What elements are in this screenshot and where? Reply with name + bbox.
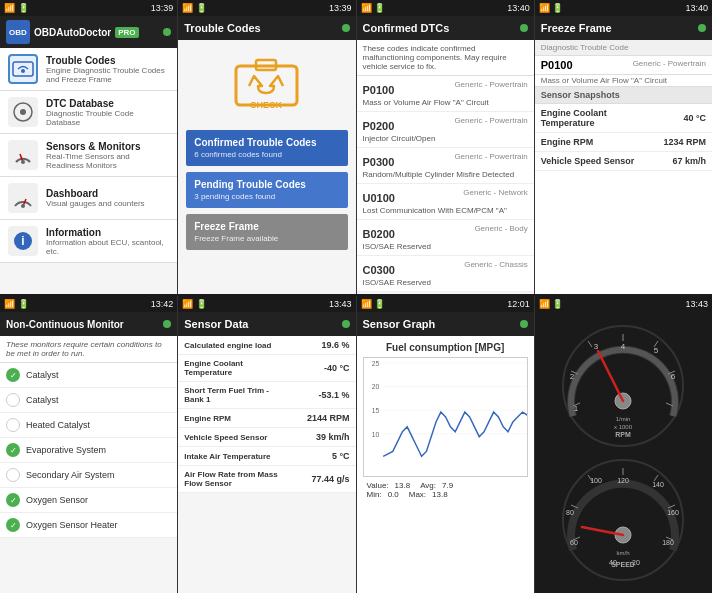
max-label: Max: xyxy=(409,490,426,499)
dtc-desc-p0100: Mass or Volume Air Flow "A" Circuit xyxy=(363,98,528,107)
status-time-2: 13:39 xyxy=(329,3,352,13)
ff-ect-value: 40 °C xyxy=(683,113,706,123)
dtc-db-icon xyxy=(8,97,38,127)
ff-speed-value: 67 km/h xyxy=(672,156,706,166)
o2-check: ✓ xyxy=(6,493,20,507)
freeze-frame-btn[interactable]: Freeze Frame Freeze Frame available xyxy=(186,214,347,250)
status-time-8: 13:43 xyxy=(685,299,708,309)
trouble-connection-dot xyxy=(342,24,350,32)
dtc-code-p0100: P0100 xyxy=(363,84,395,96)
ff-rpm-value: 1234 RPM xyxy=(663,137,706,147)
svg-text:i: i xyxy=(21,234,24,248)
svg-text:RPM: RPM xyxy=(616,431,632,438)
sensors-sub: Real-Time Sensors and Readiness Monitors xyxy=(46,152,169,170)
sensor-iat-value: 5 °C xyxy=(332,451,350,461)
menu-item-dashboard[interactable]: Dashboard Visual gauges and counters xyxy=(0,177,177,220)
svg-text:160: 160 xyxy=(668,509,680,516)
trouble-codes-sub: Engine Diagnostic Trouble Codes and Free… xyxy=(46,66,169,84)
graph-area: 25 20 15 10 xyxy=(363,357,528,477)
dtc-description: These codes indicate confirmed malfuncti… xyxy=(357,40,534,76)
svg-text:25: 25 xyxy=(371,360,379,367)
monitor-o2: ✓ Oxygen Sensor xyxy=(0,488,177,513)
dtc-type-b0200: Generic - Body xyxy=(474,224,527,233)
status-bar-5: 📶 🔋 13:42 xyxy=(0,296,177,312)
dtc-item-b0200[interactable]: B0200 Generic - Body ISO/SAE Reserved xyxy=(357,220,534,256)
dtc-db-label: DTC Database xyxy=(46,98,169,109)
svg-point-5 xyxy=(21,160,25,164)
monitor-description: These monitors require certain condition… xyxy=(0,336,177,363)
sensor-row-engine-load: Calculated engine load 19.6 % xyxy=(178,336,355,355)
dashboard-icon xyxy=(8,183,38,213)
dtc-item-c0300[interactable]: C0300 Generic - Chassis ISO/SAE Reserved xyxy=(357,256,534,292)
dtc-item-p0300[interactable]: P0300 Generic - Powertrain Random/Multip… xyxy=(357,148,534,184)
svg-text:6: 6 xyxy=(671,372,676,381)
menu-item-sensors[interactable]: Sensors & Monitors Real-Time Sensors and… xyxy=(0,134,177,177)
dtc-type-p0200: Generic - Powertrain xyxy=(454,116,527,125)
dtc-header: Confirmed DTCs xyxy=(357,16,534,40)
screen-trouble-codes: 📶 🔋 13:39 Trouble Codes CHECK Confirmed … xyxy=(178,0,356,294)
dtc-type-p0100: Generic - Powertrain xyxy=(454,80,527,89)
svg-text:2: 2 xyxy=(570,372,575,381)
monitor-header-title: Non-Continuous Monitor xyxy=(6,319,124,330)
confirmed-btn-sub: 6 confirmed codes found xyxy=(194,150,282,159)
screen-freeze-frame: 📶 🔋 13:40 Freeze Frame Diagnostic Troubl… xyxy=(535,0,712,294)
svg-text:100: 100 xyxy=(591,477,603,484)
sensor-rpm-value: 2144 RPM xyxy=(307,413,350,423)
status-icons-7: 📶 🔋 xyxy=(361,299,386,309)
graph-header: Sensor Graph xyxy=(357,312,534,336)
dtc-item-p0200[interactable]: P0200 Generic - Powertrain Injector Circ… xyxy=(357,112,534,148)
value-num: 13.8 xyxy=(395,481,411,490)
status-time-3: 13:40 xyxy=(507,3,530,13)
sensor-row-vss: Vehicle Speed Sensor 39 km/h xyxy=(178,428,355,447)
dtc-desc-c0300: ISO/SAE Reserved xyxy=(363,278,528,287)
dtc-item-p0100[interactable]: P0100 Generic - Powertrain Mass or Volum… xyxy=(357,76,534,112)
status-bar-2: 📶 🔋 13:39 xyxy=(178,0,355,16)
screen-gauges: 📶 🔋 13:43 xyxy=(535,296,712,593)
svg-text:60: 60 xyxy=(570,539,578,546)
dashboard-label: Dashboard xyxy=(46,188,145,199)
status-bar-8: 📶 🔋 13:43 xyxy=(535,296,712,312)
ff-ect-label: Engine CoolantTemperature xyxy=(541,108,684,128)
sensor-stft-label: Short Term Fuel Trim -Bank 1 xyxy=(184,386,318,404)
ff-content: Diagnostic Trouble Code P0100 Generic - … xyxy=(535,40,712,294)
gauges-container: 4 5 6 3 2 1 1/min x 1000 RPM xyxy=(535,312,712,593)
status-time-7: 12:01 xyxy=(507,299,530,309)
sensor-engine-load-label: Calculated engine load xyxy=(184,341,321,350)
sensor-row-rpm: Engine RPM 2144 RPM xyxy=(178,409,355,428)
info-label: Information xyxy=(46,227,169,238)
evap-label: Evaporative System xyxy=(26,445,106,455)
ff-main-code: P0100 xyxy=(541,59,573,71)
svg-text:15: 15 xyxy=(371,407,379,414)
graph-title: Fuel consumption [MPG] xyxy=(361,340,530,355)
ff-code-type: Generic - Powertrain xyxy=(633,59,706,71)
graph-connection-dot xyxy=(520,320,528,328)
status-time-6: 13:43 xyxy=(329,299,352,309)
menu-item-dtc-db[interactable]: DTC Database Diagnostic Trouble Code Dat… xyxy=(0,91,177,134)
status-icons-3: 📶 🔋 xyxy=(361,3,386,13)
confirmed-codes-btn[interactable]: Confirmed Trouble Codes 6 confirmed code… xyxy=(186,130,347,166)
pending-btn-label: Pending Trouble Codes xyxy=(194,179,306,190)
pending-codes-btn[interactable]: Pending Trouble Codes 3 pending codes fo… xyxy=(186,172,347,208)
status-icons-left: 📶 🔋 xyxy=(4,3,29,13)
trouble-codes-label: Trouble Codes xyxy=(46,55,169,66)
graph-header-title: Sensor Graph xyxy=(363,318,436,330)
monitor-connection-dot xyxy=(163,320,171,328)
catalyst-1-check: ✓ xyxy=(6,368,20,382)
graph-content: Fuel consumption [MPG] 25 20 15 10 xyxy=(357,336,534,593)
menu-item-trouble-codes[interactable]: Trouble Codes Engine Diagnostic Trouble … xyxy=(0,48,177,91)
svg-text:SPEED: SPEED xyxy=(612,561,636,568)
status-bar-1: 📶 🔋 13:39 xyxy=(0,0,177,16)
monitor-header: Non-Continuous Monitor xyxy=(0,312,177,336)
dtc-item-u0100[interactable]: U0100 Generic - Network Lost Communicati… xyxy=(357,184,534,220)
dashboard-sub: Visual gauges and counters xyxy=(46,199,145,208)
ff-diagnostic-label: Diagnostic Trouble Code xyxy=(535,40,712,56)
menu-item-information[interactable]: i Information Information about ECU, sca… xyxy=(0,220,177,263)
main-menu: Trouble Codes Engine Diagnostic Trouble … xyxy=(0,48,177,263)
o2-heater-check: ✓ xyxy=(6,518,20,532)
sensor-data-content: Calculated engine load 19.6 % Engine Coo… xyxy=(178,336,355,593)
bottom-row: 📶 🔋 13:42 Non-Continuous Monitor These m… xyxy=(0,296,712,593)
svg-point-3 xyxy=(20,109,26,115)
svg-text:4: 4 xyxy=(621,342,626,351)
svg-text:180: 180 xyxy=(663,539,675,546)
heated-catalyst-check xyxy=(6,418,20,432)
